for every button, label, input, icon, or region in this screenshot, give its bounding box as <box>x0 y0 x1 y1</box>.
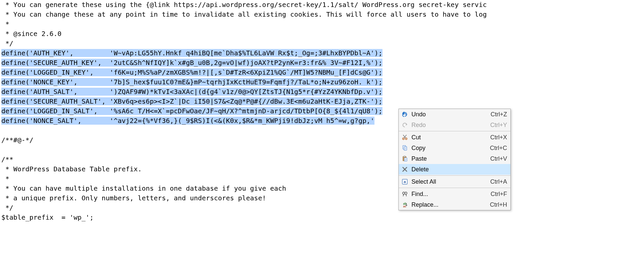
code-editor[interactable]: * You can generate these using the {@lin… <box>0 0 644 222</box>
code-line-selected: define('SECURE_AUTH_KEY', '2utC&Sh^NfIQY… <box>0 58 644 68</box>
code-line <box>0 145 644 155</box>
menu-redo[interactable]: Redo Ctrl+Y <box>399 120 510 130</box>
menu-separator <box>399 175 510 176</box>
code-line-selected: define('NONCE_KEY', '7b]S_hex$fuu1C0?mE&… <box>0 77 644 87</box>
svg-point-9 <box>402 192 405 194</box>
menu-shortcut: Ctrl+H <box>486 202 507 208</box>
menu-paste[interactable]: Paste Ctrl+V <box>399 153 510 164</box>
menu-delete[interactable]: Delete <box>399 164 510 175</box>
code-line: * You can change these at any point in t… <box>0 10 644 19</box>
code-line: /** <box>0 155 644 164</box>
redo-icon <box>400 122 409 128</box>
delete-icon <box>400 166 409 173</box>
find-icon <box>400 191 409 197</box>
paste-icon <box>400 155 409 162</box>
menu-label: Find... <box>409 191 487 197</box>
menu-undo[interactable]: Undo Ctrl+Z <box>399 109 510 120</box>
code-line-selected: define('AUTH_SALT', ')ZQAF9#W)*kTvI<3aXA… <box>0 87 644 97</box>
menu-label: Cut <box>409 134 487 140</box>
svg-point-10 <box>405 192 407 194</box>
context-menu: Undo Ctrl+Z Redo Ctrl+Y Cut <box>398 109 511 210</box>
code-line-selected: define('LOGGED_IN_KEY', 'f6K=u;M%S%aP/zm… <box>0 68 644 77</box>
svg-rect-5 <box>404 156 405 157</box>
menu-shortcut: Ctrl+V <box>487 156 507 162</box>
menu-shortcut: Ctrl+C <box>486 145 507 151</box>
menu-label: Paste <box>409 156 487 162</box>
menu-shortcut: Ctrl+Z <box>487 111 507 117</box>
menu-label: Replace... <box>409 202 486 208</box>
code-line: * <box>0 19 644 29</box>
menu-find[interactable]: Find... Ctrl+F <box>399 189 510 199</box>
menu-shortcut: Ctrl+F <box>487 191 507 197</box>
code-line: * <box>0 174 644 184</box>
code-line: * WordPress Database Table prefix. <box>0 164 644 174</box>
code-line <box>0 126 644 135</box>
code-line: */ <box>0 203 644 213</box>
menu-shortcut: Ctrl+A <box>487 179 507 185</box>
menu-select-all[interactable]: a Select All Ctrl+A <box>399 176 510 187</box>
copy-icon <box>400 145 409 151</box>
menu-label: Select All <box>409 179 487 185</box>
cut-icon <box>400 134 409 141</box>
menu-shortcut: Ctrl+X <box>487 134 507 140</box>
menu-replace[interactable]: ab ac Replace... Ctrl+H <box>399 199 510 210</box>
menu-separator <box>399 131 510 131</box>
code-line-selected: define('AUTH_KEY', 'W~vAp:LG55hY.Hnkf q4… <box>0 48 644 58</box>
code-line: * a unique prefix. Only numbers, letters… <box>0 193 644 203</box>
code-line-selected: define('SECURE_AUTH_SALT', 'XBv6q>es6p><… <box>0 97 644 106</box>
menu-label: Copy <box>409 145 486 151</box>
code-line: * You can generate these using the {@lin… <box>0 0 644 10</box>
select-all-icon: a <box>400 178 409 185</box>
replace-icon: ab ac <box>400 201 409 208</box>
menu-cut[interactable]: Cut Ctrl+X <box>399 132 510 143</box>
menu-label: Redo <box>409 122 487 128</box>
menu-label: Undo <box>409 111 487 117</box>
code-line-selected: define('LOGGED_IN_SALT', '%sA6c T/H<=X`=… <box>0 106 644 116</box>
svg-text:a: a <box>404 179 406 184</box>
menu-shortcut: Ctrl+Y <box>487 122 507 128</box>
menu-separator <box>399 188 510 188</box>
code-line: /**#@-*/ <box>0 135 644 145</box>
code-line: * @since 2.6.0 <box>0 29 644 39</box>
code-line-selected: define('NONCE_SALT', '^avj22={%*Vf36,}(_… <box>0 116 644 126</box>
menu-copy[interactable]: Copy Ctrl+C <box>399 143 510 153</box>
undo-icon <box>400 111 409 118</box>
code-line: * You can have multiple installations in… <box>0 184 644 193</box>
code-line: */ <box>0 39 644 48</box>
menu-label: Delete <box>409 166 504 172</box>
code-line: $table_prefix = 'wp_'; <box>0 213 644 222</box>
